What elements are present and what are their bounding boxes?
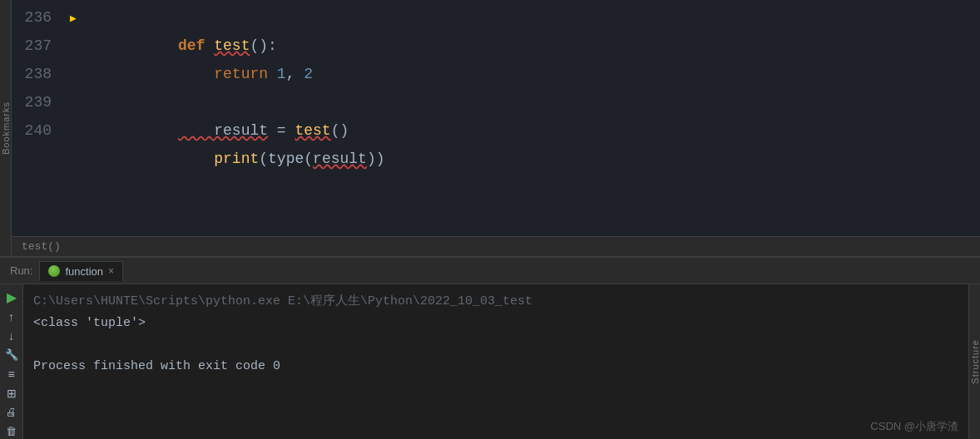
- code-line-238: 238: [12, 60, 980, 88]
- run-panel: Run: function × ▶ ↑ ↓ 🔧 ≡ ⊞ 🖨 🗑 C: [0, 256, 980, 439]
- run-output-area: ▶ ↑ ↓ 🔧 ≡ ⊞ 🖨 🗑 C:\Users\HUNTE\Scripts\p…: [0, 284, 980, 439]
- trash-button[interactable]: 🗑: [2, 423, 21, 439]
- play-button[interactable]: ▶: [2, 289, 21, 305]
- tab-label: function: [65, 265, 103, 278]
- run-toolbar: ▶ ↑ ↓ 🔧 ≡ ⊞ 🖨 🗑: [0, 284, 23, 439]
- run-label: Run:: [3, 264, 39, 277]
- wrench-button[interactable]: 🔧: [2, 347, 21, 363]
- output-line-command: C:\Users\HUNTE\Scripts\python.exe E:\程序人…: [33, 291, 958, 313]
- output-line-process: Process finished with exit code 0: [33, 356, 958, 377]
- watermark: CSDN @小唐学渣: [870, 419, 958, 434]
- scroll-down-button[interactable]: ↓: [2, 328, 21, 343]
- code-line-240: 240 print(type(result)): [12, 116, 980, 145]
- code-line-239: 239 result = test(): [12, 88, 980, 116]
- line-number-239: 239: [12, 88, 65, 116]
- bookmarks-panel: Bookmarks: [0, 0, 12, 256]
- code-line-236: 236 ▶ def test():: [12, 3, 980, 32]
- structure-panel: Structure: [968, 284, 980, 439]
- line-gutter-236: ▶: [65, 5, 82, 33]
- run-tab[interactable]: function ×: [39, 261, 123, 281]
- tab-python-icon: [48, 265, 60, 277]
- tab-close-button[interactable]: ×: [108, 265, 114, 277]
- arrow-indicator-236: ▶: [70, 5, 77, 33]
- line-number-238: 238: [12, 60, 65, 88]
- line-number-240: 240: [12, 116, 65, 145]
- scroll-up-button[interactable]: ↑: [2, 308, 21, 324]
- code-editor: Bookmarks 236 ▶ def test(): 237 return 1…: [0, 0, 980, 256]
- line-number-236: 236: [12, 3, 65, 32]
- grid-button[interactable]: ⊞: [2, 385, 21, 401]
- run-tab-bar: Run: function ×: [0, 258, 980, 284]
- code-lines-container: 236 ▶ def test(): 237 return 1, 2 238: [12, 0, 980, 256]
- print-button[interactable]: 🖨: [2, 404, 21, 420]
- output-line-empty: [33, 334, 958, 356]
- editor-status-bar: test(): [12, 236, 980, 256]
- line-number-237: 237: [12, 32, 65, 60]
- run-output-content: C:\Users\HUNTE\Scripts\python.exe E:\程序人…: [23, 284, 968, 439]
- output-line-result: <class 'tuple'>: [33, 313, 958, 334]
- lines-button[interactable]: ≡: [2, 366, 21, 382]
- code-line-237: 237 return 1, 2: [12, 32, 980, 60]
- status-text: test(): [22, 240, 61, 253]
- structure-label: Structure: [970, 339, 980, 384]
- bookmarks-label: Bookmarks: [1, 101, 11, 155]
